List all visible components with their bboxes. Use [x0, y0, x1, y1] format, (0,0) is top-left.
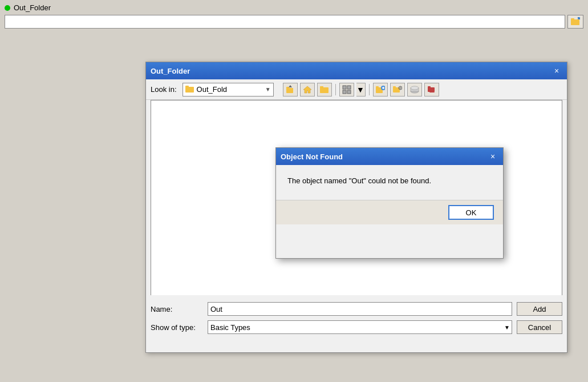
folder-button[interactable]	[317, 83, 332, 96]
browse-button[interactable]	[567, 15, 583, 29]
view-button[interactable]	[339, 83, 354, 96]
look-in-label: Look in:	[151, 85, 177, 94]
svg-rect-11	[320, 86, 323, 88]
top-input-row	[5, 15, 583, 29]
show-of-type-wrapper: Basic Types ▼	[208, 320, 512, 334]
error-dialog-title: Object Not Found	[281, 152, 343, 161]
error-dialog: Object Not Found × The object named "Out…	[275, 147, 504, 259]
look-in-value: Out_Fold	[197, 85, 265, 94]
svg-rect-1	[571, 18, 574, 20]
error-dialog-footer: OK	[276, 200, 503, 224]
show-of-type-label: Show of type:	[151, 323, 208, 332]
name-label: Name:	[151, 305, 208, 313]
error-dialog-close-button[interactable]: ×	[487, 151, 498, 162]
toolbar-separator-1	[335, 84, 336, 95]
drive-button[interactable]	[407, 83, 422, 96]
show-type-form-row: Show of type: Basic Types ▼ Cancel	[151, 320, 562, 334]
svg-rect-13	[347, 86, 351, 89]
show-of-type-select[interactable]: Basic Types	[208, 320, 512, 334]
out-folder-input[interactable]	[5, 15, 565, 29]
cancel-button[interactable]: Cancel	[517, 320, 562, 334]
ok-button[interactable]: OK	[448, 205, 494, 220]
out-folder-label: Out_Folder	[14, 3, 51, 12]
svg-rect-6	[286, 88, 293, 93]
svg-rect-4	[185, 87, 194, 93]
svg-marker-8	[289, 85, 292, 87]
folder-dropdown-icon	[185, 85, 194, 94]
view-dropdown-button[interactable]: ▼	[356, 83, 366, 96]
error-dialog-body: The object named "Out" could not be foun…	[276, 165, 503, 200]
green-dot-indicator	[5, 5, 10, 11]
toolbar-separator-2	[369, 84, 370, 95]
main-dialog-titlebar: Out_Folder ×	[146, 62, 567, 79]
error-message: The object named "Out" could not be foun…	[287, 176, 492, 185]
svg-rect-12	[343, 86, 346, 89]
svg-rect-15	[347, 90, 351, 94]
svg-marker-9	[303, 86, 311, 93]
main-dialog-title: Out_Folder	[151, 67, 190, 75]
up-level-button[interactable]	[283, 83, 298, 96]
error-dialog-titlebar: Object Not Found ×	[276, 148, 503, 165]
svg-rect-7	[286, 87, 289, 89]
svg-rect-0	[571, 19, 579, 25]
main-dialog-close-button[interactable]: ×	[551, 65, 562, 77]
dialog-bottom-form: Name: Add Show of type: Basic Types ▼ Ca…	[146, 295, 567, 352]
network-folder-button[interactable]	[390, 83, 405, 96]
main-dialog-toolbar: Look in: Out_Fold ▼	[146, 79, 567, 100]
svg-rect-22	[393, 86, 396, 88]
svg-rect-30	[428, 86, 431, 88]
svg-point-28	[411, 86, 419, 90]
svg-rect-14	[343, 90, 346, 94]
browse-folder-icon	[571, 17, 580, 27]
name-form-row: Name: Add	[151, 302, 562, 316]
name-input[interactable]	[208, 302, 512, 316]
tools-button[interactable]	[424, 83, 439, 96]
out-folder-label-area: Out_Folder	[5, 3, 51, 12]
home-button[interactable]	[300, 83, 315, 96]
look-in-dropdown[interactable]: Out_Fold ▼	[183, 83, 274, 96]
new-folder-button[interactable]	[373, 83, 388, 96]
svg-rect-17	[376, 86, 379, 88]
look-in-dropdown-arrow: ▼	[265, 86, 271, 93]
svg-rect-5	[185, 86, 189, 87]
add-button[interactable]: Add	[517, 302, 562, 316]
svg-rect-10	[320, 87, 329, 93]
